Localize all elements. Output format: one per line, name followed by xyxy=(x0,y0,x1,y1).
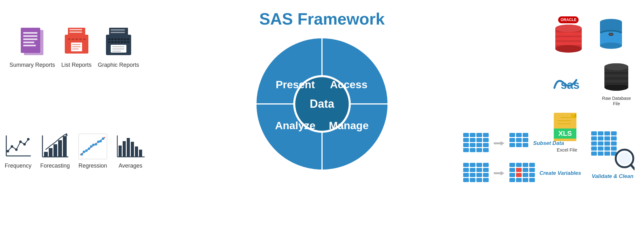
subset-dst xyxy=(509,132,529,154)
svg-rect-233 xyxy=(529,163,535,167)
frequency-label: Frequency xyxy=(5,163,31,169)
svg-rect-239 xyxy=(516,173,522,177)
svg-rect-65 xyxy=(58,140,62,157)
svg-rect-237 xyxy=(529,168,535,172)
svg-rect-204 xyxy=(509,133,515,137)
svg-marker-203 xyxy=(494,141,504,146)
svg-rect-234 xyxy=(509,168,515,172)
svg-rect-222 xyxy=(470,173,475,177)
svg-point-74 xyxy=(90,145,92,148)
svg-rect-224 xyxy=(483,173,489,177)
svg-rect-255 xyxy=(598,141,603,146)
svg-rect-36 xyxy=(114,38,117,40)
svg-rect-82 xyxy=(119,146,122,157)
svg-rect-64 xyxy=(53,144,57,157)
svg-rect-260 xyxy=(604,146,610,151)
svg-rect-23 xyxy=(75,38,78,40)
svg-rect-230 xyxy=(509,163,515,167)
svg-rect-227 xyxy=(476,178,482,182)
svg-rect-253 xyxy=(611,136,617,140)
svg-rect-109 xyxy=(604,72,628,74)
svg-rect-232 xyxy=(523,163,528,167)
svg-rect-202 xyxy=(483,148,489,152)
svg-rect-21 xyxy=(68,38,70,40)
svg-rect-196 xyxy=(470,143,475,147)
svg-rect-29 xyxy=(72,49,79,49)
svg-rect-40 xyxy=(127,38,129,40)
svg-rect-11 xyxy=(21,28,40,53)
report-icons-row: Summary Reports xyxy=(9,25,139,68)
s-arrow xyxy=(493,140,505,147)
svg-rect-252 xyxy=(604,136,610,140)
svg-rect-50 xyxy=(112,49,124,49)
svg-rect-248 xyxy=(604,131,610,135)
graphic-reports-icon xyxy=(104,25,133,60)
source-row-1: ORACLE xyxy=(551,16,631,54)
svg-rect-192 xyxy=(470,138,475,142)
svg-rect-256 xyxy=(604,141,610,146)
svg-point-54 xyxy=(7,150,9,152)
svg-rect-231 xyxy=(516,163,522,167)
svg-rect-219 xyxy=(476,168,482,172)
svg-rect-258 xyxy=(591,146,597,151)
svg-rect-207 xyxy=(509,138,515,142)
svg-rect-261 xyxy=(611,146,617,151)
svg-rect-245 xyxy=(529,178,535,182)
svg-rect-263 xyxy=(598,152,603,156)
svg-point-267 xyxy=(618,152,631,165)
svg-rect-216 xyxy=(483,163,489,167)
svg-rect-206 xyxy=(523,133,528,137)
svg-rect-205 xyxy=(516,133,522,137)
svg-rect-259 xyxy=(598,146,603,151)
raw-db-item: Raw DatabaseFile xyxy=(602,60,631,106)
svg-rect-240 xyxy=(523,173,528,177)
svg-rect-242 xyxy=(509,178,515,182)
svg-rect-13 xyxy=(23,35,37,37)
svg-text:Manage: Manage xyxy=(329,119,369,131)
svg-rect-243 xyxy=(516,178,522,182)
svg-rect-43 xyxy=(114,41,117,43)
svg-point-55 xyxy=(11,145,13,148)
raw-db-icon xyxy=(602,60,631,94)
svg-rect-193 xyxy=(476,138,482,142)
svg-rect-188 xyxy=(470,133,475,137)
svg-rect-44 xyxy=(118,41,120,43)
validate-grid-icon xyxy=(591,131,635,172)
svg-rect-208 xyxy=(516,138,522,142)
svg-rect-46 xyxy=(124,41,126,43)
svg-rect-249 xyxy=(611,131,617,135)
svg-rect-189 xyxy=(476,133,482,137)
svg-rect-62 xyxy=(44,152,48,157)
svg-text:Present: Present xyxy=(276,78,315,90)
svg-rect-257 xyxy=(611,141,617,146)
chain-db-item xyxy=(595,16,627,54)
svg-rect-211 xyxy=(516,143,522,147)
svg-rect-35 xyxy=(111,38,114,40)
svg-rect-25 xyxy=(83,38,86,40)
svg-rect-63 xyxy=(49,148,53,157)
subset-src xyxy=(463,132,489,154)
list-reports-label: List Reports xyxy=(61,62,92,68)
wheel-container: Present Access Analyze Manage Data xyxy=(247,28,397,180)
oracle-db-item: ORACLE xyxy=(551,16,586,54)
svg-rect-200 xyxy=(470,148,475,152)
svg-rect-236 xyxy=(523,168,528,172)
svg-rect-244 xyxy=(523,178,528,182)
svg-rect-111 xyxy=(604,83,628,85)
svg-rect-210 xyxy=(509,143,515,147)
page-title: SAS Framework xyxy=(259,9,385,28)
svg-point-59 xyxy=(27,138,30,140)
svg-rect-37 xyxy=(118,38,120,40)
averages-item: Averages xyxy=(115,132,146,169)
left-reports-section: Summary Reports xyxy=(9,25,139,68)
frequency-item: Frequency xyxy=(3,132,33,169)
svg-text:sas: sas xyxy=(561,78,580,91)
svg-point-71 xyxy=(83,151,85,153)
averages-label: Averages xyxy=(119,163,142,169)
sas-logo-icon: sas xyxy=(551,74,592,93)
svg-rect-220 xyxy=(483,168,489,172)
create-inline-label: Create Variables xyxy=(539,170,581,176)
summary-reports-item: Summary Reports xyxy=(9,25,55,68)
svg-rect-14 xyxy=(23,38,37,40)
svg-rect-38 xyxy=(121,38,123,40)
